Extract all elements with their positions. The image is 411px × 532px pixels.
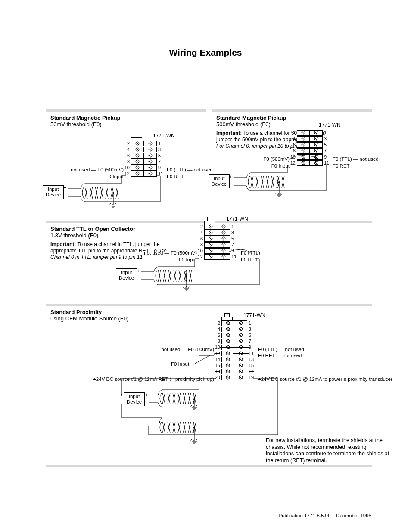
- section-proximity: Standard Proximity using CFM Module Sour…: [46, 304, 372, 460]
- svg-point-46: [193, 427, 195, 429]
- section-magpick-50mv: Standard Magnetic Pickup 50mV threshold …: [46, 105, 206, 216]
- pin-num: 4: [197, 230, 204, 235]
- diagram-magpick-500mv: 21 43 65 87 109 1211 1771-WN F0 (500mV) …: [212, 119, 372, 205]
- shielded-cable-icon: [234, 161, 333, 195]
- pin-num: 13: [247, 357, 256, 362]
- svg-point-19: [278, 181, 280, 183]
- connector-label: 1771-WN: [153, 133, 175, 139]
- pin-num: 8: [290, 148, 297, 153]
- pin-num: 5: [230, 236, 239, 241]
- minus-icon: _: [63, 192, 67, 199]
- label-pin11: F0 RET — not used: [258, 353, 302, 358]
- pin-num: 5: [157, 153, 166, 158]
- pin-num: 3: [323, 136, 332, 141]
- pin-num: 11: [247, 351, 256, 356]
- pin-num: 2: [214, 320, 221, 326]
- section-bar: [46, 465, 372, 467]
- pin-num: 9: [247, 345, 256, 350]
- pin-num: 3: [157, 147, 166, 152]
- label-pin9: F0 (TTL) — not used: [333, 156, 379, 162]
- pin-num: 4: [290, 136, 297, 141]
- section-bar: [46, 304, 372, 306]
- pin-num: 1: [247, 320, 256, 326]
- row-1: Standard Magnetic Pickup 50mV threshold …: [46, 105, 372, 216]
- label-pin11: F0 RET: [167, 174, 184, 179]
- page: Wiring Examples Standard Magnetic Pickup…: [0, 0, 411, 532]
- section-ttl: Standard TTL or Open Collector 1.3V thre…: [46, 221, 372, 299]
- pin-num: 7: [157, 159, 166, 164]
- pin-num: 5: [323, 142, 332, 147]
- pin-num: 3: [247, 327, 256, 332]
- svg-line-33: [193, 355, 210, 365]
- bottom-bar-wrap: [46, 465, 372, 467]
- pin-num: 9: [157, 165, 166, 170]
- connector-label: 1771-WN: [243, 312, 265, 318]
- pin-num: 1: [157, 141, 166, 146]
- connector-label: 1771-WN: [319, 122, 341, 128]
- svg-point-29: [186, 275, 187, 277]
- terminal-block: 21 43 65 87 109 1211: [124, 134, 166, 177]
- minus-icon: _: [229, 181, 233, 188]
- input-device-box: InputDevice: [43, 185, 64, 199]
- section-title: Standard Magnetic Pickup: [50, 115, 206, 121]
- pin-num: 8: [124, 159, 131, 164]
- pin-num: 6: [124, 153, 131, 158]
- shielded-cable-lower-icon: [115, 379, 283, 448]
- pin-num: 17: [247, 369, 256, 374]
- label-pin11: F0 RET: [333, 163, 350, 168]
- plus-icon: +: [63, 184, 67, 191]
- diagram-magpick-50mv: 21 43 65 87 109 1211 1771-WN not used — …: [46, 130, 206, 216]
- pin-num: 2: [124, 141, 131, 146]
- shielded-cable-icon: [68, 171, 167, 206]
- pin-num: 1: [323, 130, 332, 135]
- diagram-ttl: 21 43 65 87 109 1211 1771-WN not used — …: [46, 213, 372, 299]
- connector-label: 1771-WN: [226, 216, 248, 222]
- pin-num: 8: [197, 242, 204, 247]
- minus-icon: _: [137, 275, 140, 282]
- plus-icon: +: [229, 174, 233, 180]
- pin-num: 1: [230, 224, 239, 229]
- shielded-cable-icon: [141, 255, 266, 289]
- input-device-box: InputDevice: [116, 268, 137, 282]
- pin-num: 7: [247, 339, 256, 344]
- section-bar: [212, 109, 372, 112]
- label-pin9: F0 (TTL) — not used: [167, 167, 213, 172]
- section-magpick-500mv: Standard Magnetic Pickup 500mV threshold…: [212, 105, 372, 216]
- pin-num: 5: [247, 333, 256, 338]
- pin-num: 2: [290, 130, 297, 135]
- pin-num: 3: [230, 230, 239, 235]
- section-subtitle: 50mV threshold (F0): [50, 121, 206, 128]
- pin-num: 15: [247, 363, 256, 368]
- pin-num: 4: [214, 327, 221, 332]
- plus-icon: +: [137, 268, 140, 274]
- publication-line: Publication 1771-6.5.99 – December 1995: [279, 513, 371, 518]
- shields-note: For new installations, terminate the shi…: [266, 437, 395, 464]
- terminal-block: 21 43 65 87 109 1211: [197, 217, 239, 260]
- pin-num: 7: [230, 242, 239, 247]
- pin-num: 4: [124, 147, 131, 152]
- page-title: Wiring Examples: [24, 47, 387, 58]
- pin-num: 7: [323, 148, 332, 153]
- pin-num: 6: [197, 236, 204, 241]
- header-rule: [45, 34, 371, 34]
- pin-num: 6: [214, 333, 221, 338]
- section-bar: [46, 109, 206, 112]
- pin-num: 9: [323, 154, 332, 159]
- pin-num: 2: [197, 224, 204, 229]
- label-pin9: F0 (TTL) — not used: [258, 347, 304, 352]
- pin-num: 6: [290, 142, 297, 147]
- terminal-block: 21 43 65 87 109 1211: [290, 123, 332, 166]
- pin-num: 8: [214, 339, 221, 344]
- input-device-box: InputDevice: [209, 174, 230, 188]
- svg-point-9: [112, 192, 114, 194]
